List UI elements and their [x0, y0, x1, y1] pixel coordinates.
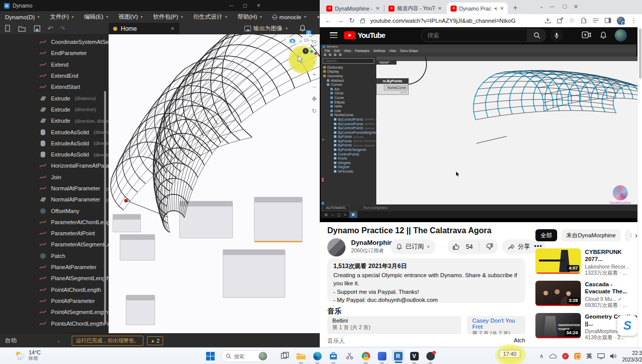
side-panel-icon[interactable] [605, 17, 611, 24]
speaker-icon[interactable] [610, 353, 617, 359]
library-item[interactable]: PointsAtChordLengthFron [0, 318, 109, 329]
youtube-search-input[interactable] [427, 32, 521, 39]
tab-search-chevron-icon[interactable]: ⌄ [537, 4, 546, 9]
library-item[interactable]: Extend [0, 59, 109, 70]
start-button[interactable] [206, 352, 215, 360]
library-item[interactable]: PointAtSegmentLength [0, 306, 109, 318]
taskbar-app-reddot[interactable] [424, 350, 436, 362]
library-item[interactable]: PointAtParameter [0, 295, 109, 306]
library-item[interactable]: Patch [0, 250, 109, 262]
filter-chip[interactable]: 来自DynaMorphine [561, 229, 621, 241]
pan-icon[interactable]: ✥ [310, 95, 318, 103]
create-video-icon[interactable] [582, 31, 591, 38]
browser-tab[interactable]: 频道内容 - YouTube Studio✕ [385, 3, 446, 14]
filter-chip[interactable]: 全部 [535, 229, 557, 241]
menubar-item[interactable]: 软件包(P)▼ [153, 13, 184, 21]
library-item[interactable]: Extrude(direction, distan [0, 115, 109, 126]
ime-indicator[interactable]: 英 [586, 352, 592, 360]
subscribed-button[interactable]: 已订阅 ∨ [390, 239, 436, 254]
dynamo-canvas[interactable]: ⌖ + − ✥ ↻ ‹ [109, 34, 320, 333]
back-icon[interactable]: ← [325, 17, 331, 24]
library-item[interactable]: PointAtChordLength [0, 284, 109, 295]
library-item[interactable]: HorizontalFrameAtParam [0, 160, 109, 171]
menubar-item[interactable]: 视图(V)▼ [119, 13, 143, 21]
antivirus-tray-icon[interactable]: ✓ [562, 353, 569, 359]
zoom-in-icon[interactable]: + [310, 71, 318, 79]
maximize-button[interactable]: ▢ [239, 2, 251, 10]
save-to-device-icon[interactable] [545, 17, 551, 24]
bookmark-star-icon[interactable]: ☆ [569, 17, 575, 24]
tab-close-icon[interactable]: ✕ [500, 6, 504, 11]
library-scrollbar[interactable] [104, 91, 106, 324]
cast-screen-icon[interactable] [598, 353, 605, 359]
video-thumbnail[interactable]: 3:28 [535, 281, 581, 306]
taskbar-app-edge[interactable] [311, 350, 323, 362]
collapse-arrow-icon[interactable]: ‹ [303, 48, 309, 54]
library-item[interactable]: OffsetMany [0, 205, 109, 216]
youtube-search-box[interactable] [421, 29, 528, 42]
reading-list-icon[interactable] [592, 17, 599, 24]
library-item[interactable]: ExtrudeAsSolid(direction [0, 138, 109, 149]
redo-icon[interactable]: ↷ [60, 25, 67, 32]
tab-close-icon[interactable]: ✕ [376, 6, 380, 11]
new-tab-button[interactable]: + [511, 3, 520, 12]
run-status-message[interactable]: 运行已完成，但出现警告。 [72, 336, 143, 346]
onedrive-icon[interactable] [549, 353, 557, 359]
music-track-card[interactable]: Bellini第 1 首 (共 2 首) [327, 316, 461, 334]
library-item[interactable]: ExtrudeAsSolid(direction [0, 149, 109, 160]
dislike-icon[interactable] [486, 243, 493, 250]
browser-tab[interactable]: DynaMorphine - YouTube✕ [323, 3, 383, 14]
lock-icon[interactable] [360, 20, 365, 23]
taskbar-app-explorer[interactable] [295, 350, 307, 362]
video-player[interactable]: Dynamo FileEditViewPackagesSettingsHelpD… [320, 43, 637, 222]
taskbar-app-store[interactable] [327, 350, 339, 362]
music-track-card[interactable]: Casey Don't You Fret第 2 首 (共 2 首) [467, 316, 525, 334]
library-item[interactable]: Extrude(direction) [0, 104, 109, 115]
library-item[interactable]: NormalAtParameter(para [0, 183, 109, 194]
library-item[interactable]: ParameterAtSegmentLen [0, 239, 109, 250]
menu-burger-icon[interactable] [330, 32, 337, 38]
forward-icon[interactable]: → [337, 17, 343, 24]
close-button[interactable]: ✕ [253, 2, 264, 10]
warning-count-badge[interactable]: ▲ 2 [147, 336, 163, 345]
orbit-icon[interactable]: ↻ [310, 107, 318, 115]
tray-expand-icon[interactable]: ∧ [539, 353, 544, 359]
taskbar-app-snip[interactable] [343, 350, 356, 362]
suggested-video-title[interactable]: CYBERPUNK 2077... [585, 248, 637, 263]
tab-home[interactable]: Home ✕ [109, 23, 179, 34]
taskbar-app-blueapp[interactable] [376, 350, 388, 362]
menubar-item[interactable]: 帮助(H)▼ [237, 13, 263, 21]
notifications-bell-icon[interactable]: 1 [299, 24, 308, 33]
taskbar-search-box[interactable] [221, 350, 270, 362]
youtube-search-button[interactable] [528, 29, 546, 42]
library-item[interactable]: ExtrudeAsSolid(distance [0, 126, 109, 137]
library-item[interactable]: CoordinateSystemAtSegm [0, 36, 109, 47]
taskbar-app-chrome[interactable] [360, 350, 372, 362]
library-item[interactable]: PlaneAtParameter [0, 262, 109, 273]
library-item[interactable]: Join [0, 172, 109, 183]
library-item[interactable]: Extrude(distance) [0, 92, 109, 103]
notifications-icon[interactable] [600, 31, 607, 39]
browser-close-button[interactable]: ✕ [572, 4, 580, 10]
library-item[interactable]: ParameterAtPoint [0, 228, 109, 239]
video-thumbnail[interactable]: 4:07 [535, 248, 581, 274]
clock[interactable]: 22:38 2023/3/29 [622, 350, 642, 363]
export-image-button[interactable]: 输出为图像 ▼ [244, 23, 288, 34]
voice-search-button[interactable] [550, 29, 563, 42]
library-item[interactable]: EndParameter [0, 47, 109, 59]
tab-close-icon[interactable]: ✕ [171, 26, 175, 31]
like-icon[interactable] [453, 243, 460, 250]
new-file-icon[interactable] [4, 25, 12, 32]
youtube-profile-avatar[interactable] [615, 29, 627, 41]
suggested-video-channel[interactable]: Cloud 9 Mu... ✓ [585, 296, 637, 302]
minimize-button[interactable]: — [226, 2, 237, 10]
browser-profile-avatar[interactable] [617, 17, 625, 25]
capture-tool-overlay-icon[interactable]: S [617, 316, 637, 336]
library-item[interactable]: NormalAtParameter(para [0, 194, 109, 205]
library-item[interactable]: ExtendEnd [0, 70, 109, 81]
description-box[interactable]: 1,513次观看 2021年3月6日 Creating a special Ol… [327, 258, 525, 303]
camera-export-button[interactable] [285, 37, 300, 44]
taskbar-app-dynamo[interactable]: R [392, 350, 404, 362]
menubar-item[interactable]: 编辑(E)▼ [84, 13, 109, 21]
youtube-logo[interactable]: YouTube [344, 31, 385, 39]
